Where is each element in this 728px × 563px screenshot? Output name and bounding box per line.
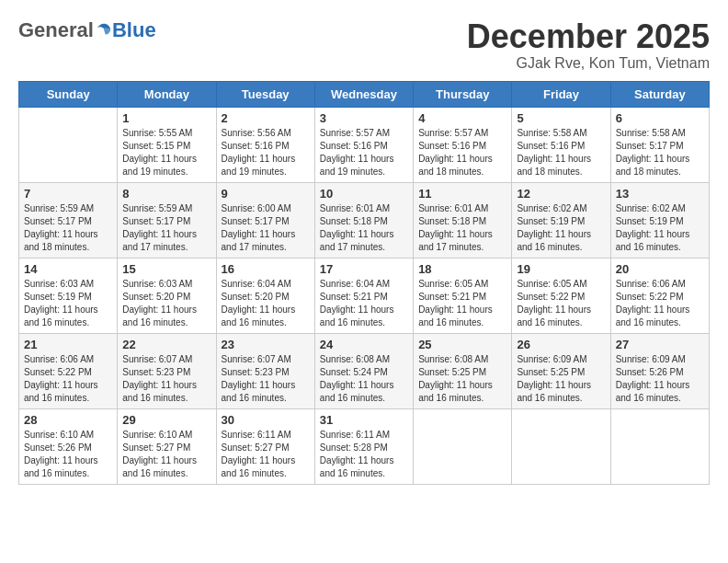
day-number: 18 [418, 262, 506, 276]
calendar-cell: 25Sunrise: 6:08 AM Sunset: 5:25 PM Dayli… [414, 333, 512, 408]
logo-bird-icon [96, 22, 112, 39]
calendar-cell: 2Sunrise: 5:56 AM Sunset: 5:16 PM Daylig… [216, 107, 314, 182]
day-number: 20 [616, 262, 704, 276]
calendar-cell: 11Sunrise: 6:01 AM Sunset: 5:18 PM Dayli… [414, 182, 512, 258]
day-info: Sunrise: 6:00 AM Sunset: 5:17 PM Dayligh… [222, 202, 310, 254]
calendar-cell: 7Sunrise: 5:59 AM Sunset: 5:17 PM Daylig… [19, 182, 118, 258]
calendar-cell: 26Sunrise: 6:09 AM Sunset: 5:25 PM Dayli… [512, 333, 610, 408]
calendar-cell: 18Sunrise: 6:05 AM Sunset: 5:21 PM Dayli… [414, 258, 512, 333]
calendar-cell: 14Sunrise: 6:03 AM Sunset: 5:19 PM Dayli… [19, 258, 118, 333]
day-info: Sunrise: 6:07 AM Sunset: 5:23 PM Dayligh… [222, 353, 310, 405]
weekday-header-friday: Friday [512, 81, 610, 107]
day-info: Sunrise: 5:59 AM Sunset: 5:17 PM Dayligh… [122, 202, 210, 254]
calendar-cell: 4Sunrise: 5:57 AM Sunset: 5:16 PM Daylig… [414, 107, 512, 182]
weekday-header-saturday: Saturday [610, 81, 709, 107]
calendar-subtitle: GJak Rve, Kon Tum, Vietnam [467, 55, 710, 72]
day-info: Sunrise: 6:04 AM Sunset: 5:21 PM Dayligh… [320, 278, 408, 329]
logo-general: General [18, 18, 94, 42]
day-info: Sunrise: 6:10 AM Sunset: 5:27 PM Dayligh… [122, 429, 210, 480]
day-info: Sunrise: 5:55 AM Sunset: 5:15 PM Dayligh… [122, 127, 210, 178]
calendar-cell: 23Sunrise: 6:07 AM Sunset: 5:23 PM Dayli… [216, 333, 314, 408]
day-number: 23 [222, 338, 310, 351]
day-number: 31 [320, 413, 408, 427]
day-number: 21 [24, 338, 112, 351]
day-info: Sunrise: 6:10 AM Sunset: 5:26 PM Dayligh… [24, 429, 112, 480]
calendar-cell: 5Sunrise: 5:58 AM Sunset: 5:16 PM Daylig… [512, 107, 610, 182]
day-number: 11 [418, 187, 506, 201]
calendar-week-row: 1Sunrise: 5:55 AM Sunset: 5:15 PM Daylig… [19, 107, 710, 182]
day-info: Sunrise: 6:02 AM Sunset: 5:19 PM Dayligh… [517, 202, 605, 254]
page-header: General Blue December 2025 GJak Rve, Kon… [18, 18, 710, 72]
day-info: Sunrise: 6:09 AM Sunset: 5:25 PM Dayligh… [517, 353, 605, 405]
day-info: Sunrise: 6:02 AM Sunset: 5:19 PM Dayligh… [616, 202, 704, 254]
weekday-header-thursday: Thursday [414, 81, 512, 107]
day-info: Sunrise: 5:58 AM Sunset: 5:17 PM Dayligh… [616, 127, 704, 178]
calendar-cell: 13Sunrise: 6:02 AM Sunset: 5:19 PM Dayli… [610, 182, 709, 258]
calendar-week-row: 28Sunrise: 6:10 AM Sunset: 5:26 PM Dayli… [19, 408, 710, 484]
calendar-title: December 2025 [467, 18, 710, 55]
calendar-cell: 1Sunrise: 5:55 AM Sunset: 5:15 PM Daylig… [118, 107, 216, 182]
weekday-header-tuesday: Tuesday [216, 81, 314, 107]
calendar-cell: 29Sunrise: 6:10 AM Sunset: 5:27 PM Dayli… [118, 408, 216, 484]
calendar-cell: 19Sunrise: 6:05 AM Sunset: 5:22 PM Dayli… [512, 258, 610, 333]
calendar-cell: 27Sunrise: 6:09 AM Sunset: 5:26 PM Dayli… [610, 333, 709, 408]
day-number: 8 [122, 187, 210, 201]
day-info: Sunrise: 6:01 AM Sunset: 5:18 PM Dayligh… [320, 202, 408, 254]
calendar-cell: 22Sunrise: 6:07 AM Sunset: 5:23 PM Dayli… [118, 333, 216, 408]
calendar-cell: 30Sunrise: 6:11 AM Sunset: 5:27 PM Dayli… [216, 408, 314, 484]
day-number: 17 [320, 262, 408, 276]
calendar-cell: 9Sunrise: 6:00 AM Sunset: 5:17 PM Daylig… [216, 182, 314, 258]
day-number: 16 [222, 262, 310, 276]
day-info: Sunrise: 5:59 AM Sunset: 5:17 PM Dayligh… [24, 202, 112, 254]
calendar-cell: 12Sunrise: 6:02 AM Sunset: 5:19 PM Dayli… [512, 182, 610, 258]
day-info: Sunrise: 5:56 AM Sunset: 5:16 PM Dayligh… [222, 127, 310, 178]
day-number: 7 [24, 187, 112, 201]
weekday-header-monday: Monday [118, 81, 216, 107]
day-number: 13 [616, 187, 704, 201]
calendar-week-row: 14Sunrise: 6:03 AM Sunset: 5:19 PM Dayli… [19, 258, 710, 333]
day-info: Sunrise: 5:57 AM Sunset: 5:16 PM Dayligh… [320, 127, 408, 178]
day-number: 24 [320, 338, 408, 351]
day-info: Sunrise: 6:04 AM Sunset: 5:20 PM Dayligh… [222, 278, 310, 329]
calendar-cell: 21Sunrise: 6:06 AM Sunset: 5:22 PM Dayli… [19, 333, 118, 408]
calendar-week-row: 21Sunrise: 6:06 AM Sunset: 5:22 PM Dayli… [19, 333, 710, 408]
day-info: Sunrise: 6:06 AM Sunset: 5:22 PM Dayligh… [24, 353, 112, 405]
calendar-table: SundayMondayTuesdayWednesdayThursdayFrid… [18, 81, 710, 485]
day-number: 22 [122, 338, 210, 351]
day-info: Sunrise: 6:11 AM Sunset: 5:27 PM Dayligh… [222, 429, 310, 480]
logo-blue: Blue [112, 18, 156, 42]
day-number: 29 [122, 413, 210, 427]
day-number: 6 [616, 111, 704, 125]
calendar-cell: 10Sunrise: 6:01 AM Sunset: 5:18 PM Dayli… [314, 182, 413, 258]
calendar-cell: 3Sunrise: 5:57 AM Sunset: 5:16 PM Daylig… [314, 107, 413, 182]
day-number: 27 [616, 338, 704, 351]
day-info: Sunrise: 6:08 AM Sunset: 5:25 PM Dayligh… [418, 353, 506, 405]
calendar-cell: 20Sunrise: 6:06 AM Sunset: 5:22 PM Dayli… [610, 258, 709, 333]
day-info: Sunrise: 6:01 AM Sunset: 5:18 PM Dayligh… [418, 202, 506, 254]
day-number: 15 [122, 262, 210, 276]
day-number: 1 [122, 111, 210, 125]
calendar-cell: 28Sunrise: 6:10 AM Sunset: 5:26 PM Dayli… [19, 408, 118, 484]
day-info: Sunrise: 6:05 AM Sunset: 5:22 PM Dayligh… [517, 278, 605, 329]
weekday-header-sunday: Sunday [19, 81, 118, 107]
calendar-cell: 16Sunrise: 6:04 AM Sunset: 5:20 PM Dayli… [216, 258, 314, 333]
weekday-header-row: SundayMondayTuesdayWednesdayThursdayFrid… [19, 81, 710, 107]
calendar-cell: 8Sunrise: 5:59 AM Sunset: 5:17 PM Daylig… [118, 182, 216, 258]
calendar-cell [610, 408, 709, 484]
day-info: Sunrise: 6:08 AM Sunset: 5:24 PM Dayligh… [320, 353, 408, 405]
day-number: 10 [320, 187, 408, 201]
day-info: Sunrise: 6:11 AM Sunset: 5:28 PM Dayligh… [320, 429, 408, 480]
day-info: Sunrise: 6:09 AM Sunset: 5:26 PM Dayligh… [616, 353, 704, 405]
day-info: Sunrise: 6:03 AM Sunset: 5:19 PM Dayligh… [24, 278, 112, 329]
day-number: 4 [418, 111, 506, 125]
day-info: Sunrise: 6:07 AM Sunset: 5:23 PM Dayligh… [122, 353, 210, 405]
calendar-cell: 6Sunrise: 5:58 AM Sunset: 5:17 PM Daylig… [610, 107, 709, 182]
logo: General Blue [18, 18, 156, 42]
day-number: 14 [24, 262, 112, 276]
day-info: Sunrise: 5:57 AM Sunset: 5:16 PM Dayligh… [418, 127, 506, 178]
day-number: 9 [222, 187, 310, 201]
calendar-cell: 15Sunrise: 6:03 AM Sunset: 5:20 PM Dayli… [118, 258, 216, 333]
day-info: Sunrise: 5:58 AM Sunset: 5:16 PM Dayligh… [517, 127, 605, 178]
day-number: 5 [517, 111, 605, 125]
day-number: 28 [24, 413, 112, 427]
